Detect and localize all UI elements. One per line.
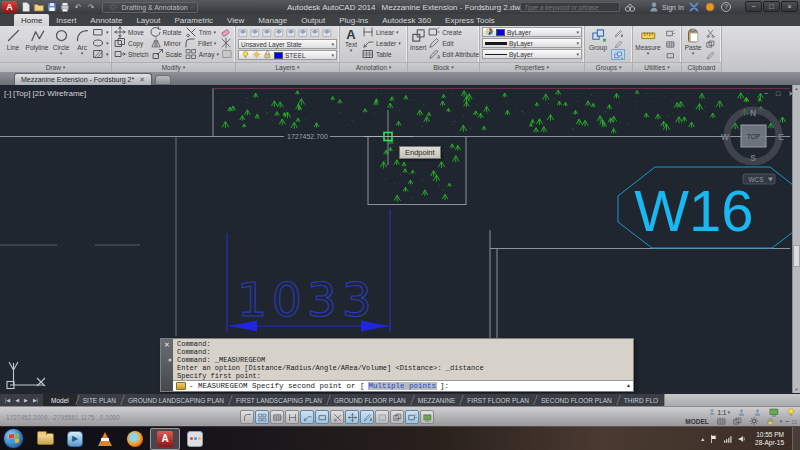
network-bars-icon[interactable] bbox=[723, 430, 733, 448]
viewport-visual-style-control[interactable]: [2D Wireframe] bbox=[32, 89, 86, 98]
minimize-button[interactable]: − bbox=[745, 1, 762, 12]
tab-model[interactable]: Model bbox=[43, 394, 77, 406]
ribbon-tab-layout[interactable]: Layout bbox=[129, 14, 167, 26]
quick-view-layouts-icon[interactable] bbox=[715, 417, 728, 426]
restore-button[interactable]: □ bbox=[763, 1, 780, 12]
polyline-button[interactable]: Polyline bbox=[24, 27, 50, 62]
layer-dropdown[interactable]: STEEL ▾ bbox=[238, 50, 337, 60]
circle-button[interactable]: Circle▾ bbox=[50, 27, 72, 62]
command-wrench-icon[interactable] bbox=[163, 351, 172, 369]
start-button[interactable] bbox=[3, 428, 24, 449]
tab-close-icon[interactable]: ✕ bbox=[139, 76, 145, 84]
ribbon-tab-parametric[interactable]: Parametric bbox=[167, 14, 220, 26]
object-color-dropdown[interactable]: ByLayer▾ bbox=[482, 27, 582, 37]
prev-tab-icon[interactable]: ◀ bbox=[13, 397, 21, 403]
ribbon-tab-insert[interactable]: Insert bbox=[49, 14, 83, 26]
toggle-infer[interactable] bbox=[240, 410, 254, 424]
toggle-ducs[interactable] bbox=[345, 410, 359, 424]
undo-icon[interactable]: ↶ bbox=[72, 1, 85, 13]
linetype-dropdown[interactable]: ByLayer▾ bbox=[482, 49, 582, 59]
next-tab-icon[interactable]: ▶ bbox=[22, 397, 30, 403]
command-close-icon[interactable]: ✕ bbox=[164, 341, 170, 348]
vertical-scrollbar[interactable]: ▲ ▼ bbox=[792, 85, 800, 393]
panel-label-block[interactable]: Block▾ bbox=[408, 62, 479, 72]
panel-label-draw[interactable]: Draw▾ bbox=[0, 62, 111, 72]
paste-button[interactable]: Paste▾ bbox=[684, 27, 702, 62]
toggle-ortho[interactable] bbox=[285, 410, 299, 424]
viewport-minimize-control[interactable]: [-] bbox=[4, 89, 11, 98]
point-id-button[interactable] bbox=[663, 49, 677, 60]
clean-screen-minus-icon[interactable]: − bbox=[785, 418, 789, 425]
viewport-view-control[interactable]: [Top] bbox=[13, 89, 30, 98]
app-store-icon[interactable] bbox=[704, 1, 716, 14]
status-lock-icon[interactable] bbox=[764, 417, 777, 426]
quick-view-drawings-icon[interactable] bbox=[731, 417, 744, 426]
tab-ground-landscaping-plan[interactable]: GROUND LANDSCAPING PLAN bbox=[122, 394, 230, 406]
speaker-icon[interactable] bbox=[737, 430, 747, 448]
ribbon-tab-annotate[interactable]: Annotate bbox=[83, 14, 129, 26]
stretch-button[interactable]: Stretch bbox=[114, 49, 149, 60]
command-window[interactable]: ✕ Command:Command:Command: _MEASUREGEOME… bbox=[160, 338, 634, 392]
save-icon[interactable] bbox=[46, 1, 59, 13]
last-tab-icon[interactable]: ▶| bbox=[31, 397, 40, 403]
lock-icon[interactable] bbox=[263, 50, 272, 60]
command-option-multiple-points[interactable]: Multiple points bbox=[368, 382, 438, 390]
exchange-apps-icon[interactable] bbox=[688, 1, 700, 14]
panel-label-layers[interactable]: Layers▾ bbox=[236, 62, 339, 72]
taskbar-paint-button[interactable] bbox=[180, 428, 210, 450]
arc-button[interactable]: Arc▾ bbox=[72, 27, 92, 62]
taskbar-explorer-button[interactable] bbox=[30, 428, 60, 450]
application-menu-button[interactable]: A bbox=[2, 1, 17, 13]
sun-icon[interactable] bbox=[252, 50, 261, 60]
scale-button[interactable]: Scale bbox=[152, 49, 182, 60]
text-button[interactable]: AText▾ bbox=[342, 27, 360, 62]
drawing-tab[interactable]: Mezzanine Extension - Fordsburg 2* ✕ bbox=[14, 73, 152, 85]
command-input-line[interactable]: - MEASUREGEOM Specify second point or [M… bbox=[173, 380, 633, 391]
layer-state-dropdown[interactable]: Unsaved Layer State▾ bbox=[238, 39, 337, 49]
fade-button[interactable] bbox=[220, 49, 234, 60]
panel-label-modify[interactable]: Modify▾ bbox=[112, 62, 235, 72]
insert-button[interactable]: Insert bbox=[410, 27, 426, 62]
tab-site-plan[interactable]: SITE PLAN bbox=[77, 394, 122, 406]
status-gear-icon[interactable] bbox=[747, 417, 761, 426]
status-menu-chevron-icon[interactable]: ▾ bbox=[780, 419, 783, 424]
redo-icon[interactable]: ↷ bbox=[85, 1, 98, 13]
toggle-lwt[interactable] bbox=[375, 410, 389, 424]
tab-mezzanine[interactable]: MEZZANINE bbox=[412, 394, 462, 406]
toggle-qp[interactable] bbox=[405, 410, 419, 424]
group-button[interactable]: Group bbox=[587, 27, 609, 62]
toggle-osnap[interactable] bbox=[315, 410, 329, 424]
match-properties-button[interactable] bbox=[703, 49, 717, 60]
scrollbar-thumb[interactable] bbox=[793, 245, 800, 267]
command-scroll-icon[interactable]: ▲ bbox=[627, 383, 630, 389]
model-paper-toggle[interactable]: MODEL bbox=[682, 418, 711, 425]
new-drawing-tab-button[interactable] bbox=[155, 75, 171, 85]
tab-first-landscaping-plan[interactable]: FIRST LANDSCAPING PLAN bbox=[230, 394, 328, 406]
workspace-switcher[interactable]: Drafting & Annotation ▾ bbox=[102, 2, 199, 13]
toggle-grid[interactable] bbox=[270, 410, 284, 424]
close-button[interactable]: × bbox=[781, 1, 798, 12]
help-icon[interactable]: ? bbox=[720, 1, 732, 14]
toggle-otrack[interactable] bbox=[330, 410, 344, 424]
plot-icon[interactable] bbox=[59, 1, 72, 13]
ribbon-tab-output[interactable]: Output bbox=[294, 14, 332, 26]
new-file-icon[interactable] bbox=[20, 1, 33, 13]
tab-first-floor-plan[interactable]: FIRST FLOOR PLAN bbox=[461, 394, 535, 406]
tray-expand-icon[interactable]: ▲ bbox=[700, 436, 705, 442]
toggle-dyn[interactable]: A bbox=[360, 410, 374, 424]
layer-color-swatch[interactable] bbox=[274, 52, 283, 59]
toggle-tpy[interactable] bbox=[390, 410, 404, 424]
ribbon-tab-autodesk-360[interactable]: Autodesk 360 bbox=[375, 14, 438, 26]
toggle-polar[interactable] bbox=[300, 410, 314, 424]
panel-label-groups[interactable]: Groups▾ bbox=[585, 62, 632, 72]
line-button[interactable]: Line bbox=[2, 27, 24, 62]
ribbon-tab-home[interactable]: Home bbox=[14, 14, 49, 26]
panel-label-properties[interactable]: Properties▾ bbox=[480, 62, 584, 72]
tab-third-flo[interactable]: THIRD FLO bbox=[618, 394, 664, 406]
array-button[interactable]: Array▾ bbox=[185, 49, 217, 60]
status-bulb-icon[interactable] bbox=[784, 408, 798, 417]
tab-ground-floor-plan[interactable]: GROUND FLOOR PLAN bbox=[328, 394, 412, 406]
scroll-up-icon[interactable]: ▲ bbox=[793, 86, 800, 91]
ribbon-tab-express-tools[interactable]: Express Tools bbox=[438, 14, 502, 26]
taskbar-firefox-button[interactable] bbox=[120, 428, 150, 450]
